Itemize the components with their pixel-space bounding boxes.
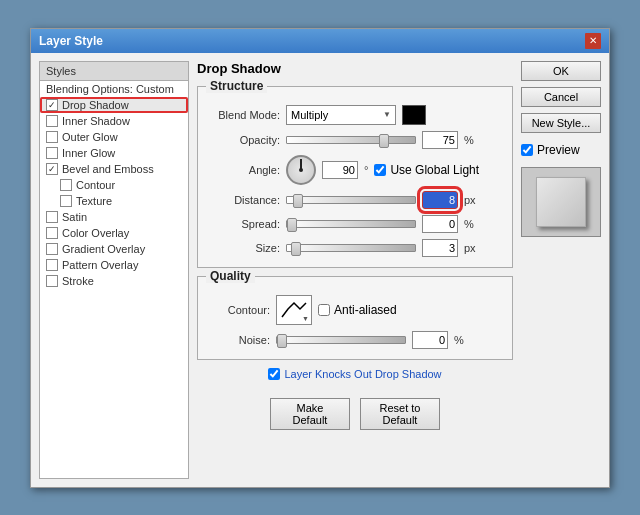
spread-slider[interactable]: [286, 220, 416, 228]
spread-thumb[interactable]: [287, 218, 297, 232]
cancel-button[interactable]: Cancel: [521, 87, 601, 107]
sidebar-item-drop-shadow[interactable]: Drop Shadow: [40, 97, 188, 113]
blend-color-swatch[interactable]: [402, 105, 426, 125]
noise-thumb[interactable]: [277, 334, 287, 348]
angle-label: Angle:: [210, 164, 280, 176]
sidebar-item-inner-glow[interactable]: Inner Glow: [40, 145, 188, 161]
ok-button[interactable]: OK: [521, 61, 601, 81]
size-thumb[interactable]: [291, 242, 301, 256]
noise-row: Noise: %: [210, 331, 500, 349]
bottom-buttons-row: Make Default Reset to Default: [197, 394, 513, 438]
sidebar-item-label: Inner Glow: [62, 147, 115, 159]
pattern-overlay-checkbox[interactable]: [46, 259, 58, 271]
right-buttons: OK Cancel New Style... Preview: [521, 61, 601, 479]
sidebar-header: Styles: [40, 62, 188, 81]
title-bar: Layer Style ✕: [31, 29, 609, 53]
distance-row: Distance: px: [210, 191, 500, 209]
layer-knocks-row: Layer Knocks Out Drop Shadow: [197, 368, 513, 380]
contour-label: Contour:: [210, 304, 270, 316]
preview-box: [521, 167, 601, 237]
sidebar-item-color-overlay[interactable]: Color Overlay: [40, 225, 188, 241]
distance-slider[interactable]: [286, 196, 416, 204]
outer-glow-checkbox[interactable]: [46, 131, 58, 143]
sidebar-item-label: Pattern Overlay: [62, 259, 138, 271]
distance-unit: px: [464, 194, 476, 206]
anti-aliased-checkbox[interactable]: [318, 304, 330, 316]
make-default-button[interactable]: Make Default: [270, 398, 350, 430]
size-row: Size: px: [210, 239, 500, 257]
sidebar-item-outer-glow[interactable]: Outer Glow: [40, 129, 188, 145]
preview-inner: [536, 177, 586, 227]
reset-to-default-button[interactable]: Reset to Default: [360, 398, 440, 430]
noise-slider[interactable]: [276, 336, 406, 344]
quality-section: Quality Contour: ▼ Anti-aliased: [197, 276, 513, 360]
dialog-title: Layer Style: [39, 34, 103, 48]
sidebar-item-inner-shadow[interactable]: Inner Shadow: [40, 113, 188, 129]
sidebar-item-label: Blending Options: Custom: [46, 83, 174, 95]
layer-knocks-label: Layer Knocks Out Drop Shadow: [284, 368, 441, 380]
structure-section: Structure Blend Mode: Multiply ▼ Opacity…: [197, 86, 513, 268]
spread-label: Spread:: [210, 218, 280, 230]
sidebar-item-label: Contour: [76, 179, 115, 191]
distance-thumb[interactable]: [293, 194, 303, 208]
bevel-emboss-checkbox[interactable]: [46, 163, 58, 175]
sidebar-item-stroke[interactable]: Stroke: [40, 273, 188, 289]
inner-glow-checkbox[interactable]: [46, 147, 58, 159]
size-slider[interactable]: [286, 244, 416, 252]
angle-input[interactable]: [322, 161, 358, 179]
inner-shadow-checkbox[interactable]: [46, 115, 58, 127]
sidebar-item-label: Color Overlay: [62, 227, 129, 239]
opacity-slider[interactable]: [286, 136, 416, 144]
distance-label: Distance:: [210, 194, 280, 206]
gradient-overlay-checkbox[interactable]: [46, 243, 58, 255]
angle-unit: °: [364, 164, 368, 176]
blend-mode-value: Multiply: [291, 109, 328, 121]
sidebar-item-satin[interactable]: Satin: [40, 209, 188, 225]
layer-style-dialog: Layer Style ✕ Styles Blending Options: C…: [30, 28, 610, 488]
sidebar-item-bevel-emboss[interactable]: Bevel and Emboss: [40, 161, 188, 177]
sidebar-item-label: Drop Shadow: [62, 99, 129, 111]
sidebar-item-contour[interactable]: Contour: [40, 177, 188, 193]
blend-mode-dropdown[interactable]: Multiply ▼: [286, 105, 396, 125]
use-global-light-label: Use Global Light: [390, 163, 479, 177]
contour-checkbox[interactable]: [60, 179, 72, 191]
sidebar-item-blending-options[interactable]: Blending Options: Custom: [40, 81, 188, 97]
noise-input[interactable]: [412, 331, 448, 349]
color-overlay-checkbox[interactable]: [46, 227, 58, 239]
spread-input[interactable]: [422, 215, 458, 233]
noise-label: Noise:: [210, 334, 270, 346]
spread-unit: %: [464, 218, 474, 230]
drop-shadow-checkbox[interactable]: [46, 99, 58, 111]
angle-dot: [299, 168, 303, 172]
opacity-thumb[interactable]: [379, 134, 389, 148]
contour-thumbnail[interactable]: ▼: [276, 295, 312, 325]
sidebar-item-label: Satin: [62, 211, 87, 223]
noise-unit: %: [454, 334, 464, 346]
close-button[interactable]: ✕: [585, 33, 601, 49]
preview-checkbox[interactable]: [521, 144, 533, 156]
sidebar-item-label: Outer Glow: [62, 131, 118, 143]
quality-title: Quality: [206, 269, 255, 283]
styles-sidebar: Styles Blending Options: Custom Drop Sha…: [39, 61, 189, 479]
angle-dial[interactable]: [286, 155, 316, 185]
stroke-checkbox[interactable]: [46, 275, 58, 287]
distance-input[interactable]: [422, 191, 458, 209]
global-light-row: Use Global Light: [374, 163, 479, 177]
texture-checkbox[interactable]: [60, 195, 72, 207]
sidebar-item-texture[interactable]: Texture: [40, 193, 188, 209]
sidebar-item-pattern-overlay[interactable]: Pattern Overlay: [40, 257, 188, 273]
sidebar-item-label: Gradient Overlay: [62, 243, 145, 255]
use-global-light-checkbox[interactable]: [374, 164, 386, 176]
sidebar-item-label: Texture: [76, 195, 112, 207]
blend-mode-label: Blend Mode:: [210, 109, 280, 121]
sidebar-item-gradient-overlay[interactable]: Gradient Overlay: [40, 241, 188, 257]
preview-label-row: Preview: [521, 143, 601, 157]
opacity-row: Opacity: %: [210, 131, 500, 149]
new-style-button[interactable]: New Style...: [521, 113, 601, 133]
size-unit: px: [464, 242, 476, 254]
satin-checkbox[interactable]: [46, 211, 58, 223]
layer-knocks-checkbox[interactable]: [268, 368, 280, 380]
size-input[interactable]: [422, 239, 458, 257]
opacity-input[interactable]: [422, 131, 458, 149]
contour-dropdown-arrow: ▼: [302, 315, 309, 322]
